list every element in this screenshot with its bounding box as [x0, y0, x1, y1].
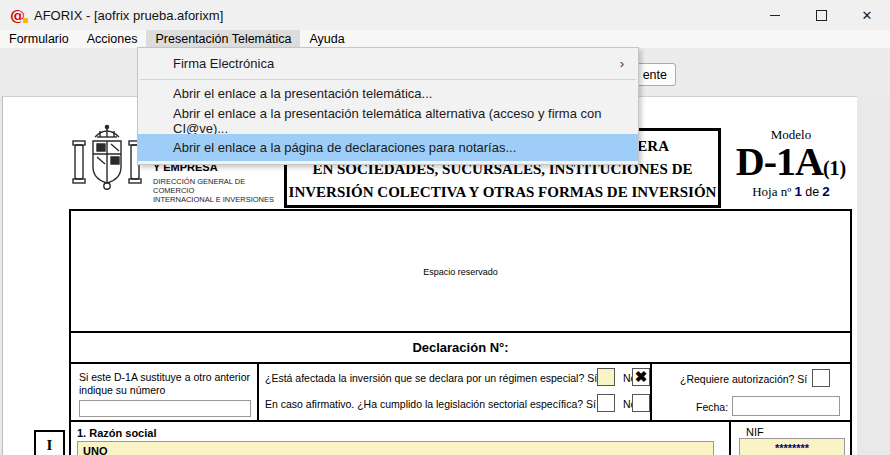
regimen-q1: ¿Está afectada la inversión que se decla… [265, 372, 595, 384]
menu-item-abrir-pagina-notarias[interactable]: Abrir el enlace a la página de declaraci… [138, 134, 638, 161]
menu-item-firma-electronica[interactable]: Firma Electrónica › [138, 48, 638, 79]
hoja-line: Hoja nº 1 de 2 [729, 184, 853, 200]
presentacion-telematica-menu: Firma Electrónica › Abrir el enlace a la… [137, 47, 639, 165]
title-bar: @ AFORIX - [aofrix prueba.aforixm] ✕ [0, 0, 890, 30]
close-icon: ✕ [862, 8, 873, 23]
section-numeral: I [47, 437, 53, 454]
menu-presentacion-telematica[interactable]: Presentación Telemática [146, 30, 300, 48]
ministry-dg-line2: INTERNACIONAL E INVERSIONES [153, 195, 288, 204]
sustituye-line1: Si este D-1A sustituye a otro anterior [79, 371, 250, 384]
menu-bar: Formulario Acciones Presentación Telemát… [0, 30, 890, 48]
minimize-button[interactable] [752, 0, 798, 30]
nif-input[interactable]: ******** [739, 438, 845, 455]
questions-row: Si este D-1A sustituye a otro anterior i… [71, 364, 850, 422]
hoja-number: 1 [794, 184, 802, 199]
app-window: @ AFORIX - [aofrix prueba.aforixm] ✕ For… [0, 0, 890, 455]
main-form-table: Espacio reservado Declaración N°: Si est… [69, 209, 852, 455]
regimen-q2-si-checkbox[interactable] [597, 394, 615, 412]
menu-ayuda[interactable]: Ayuda [300, 30, 353, 48]
menu-formulario[interactable]: Formulario [0, 30, 78, 48]
menu-item-abrir-presentacion-telematica[interactable]: Abrir el enlace a la presentación telemá… [138, 80, 638, 107]
ministry-block: Y EMPRESA DIRECCIÓN GENERAL DE COMERCIO … [153, 161, 288, 204]
caption-buttons: ✕ [752, 0, 890, 30]
razon-social-input[interactable]: UNO [77, 441, 714, 455]
row4-divider [729, 422, 731, 455]
declaracion-label: Declaración N°: [412, 340, 508, 355]
maximize-button[interactable] [798, 0, 844, 30]
declaracion-row: Declaración N°: [71, 333, 850, 364]
minimize-icon [770, 15, 780, 16]
aforix-logo-icon: @ [10, 6, 25, 24]
modelo-block: Modelo D-1A(1) Hoja nº 1 de 2 [729, 127, 853, 200]
window-title: AFORIX - [aofrix prueba.aforixm] [34, 8, 223, 23]
regimen-q2: En caso afirmativo. ¿Ha cumplido la legi… [265, 398, 595, 410]
close-button[interactable]: ✕ [844, 0, 890, 30]
sustituye-input[interactable] [79, 400, 251, 417]
nif-label: NIF [746, 426, 764, 438]
autorizacion-question: ¿Requiere autorización? Sí [680, 373, 807, 385]
x-mark-icon: ✖ [635, 368, 648, 386]
sustituye-cell: Si este D-1A sustituye a otro anterior i… [71, 364, 259, 420]
razon-social-label: 1. Razón social [77, 427, 156, 439]
spain-coat-of-arms [67, 123, 147, 205]
modelo-code: D-1A(1) [729, 143, 853, 181]
logo-dot [23, 18, 28, 23]
menu-acciones[interactable]: Acciones [78, 30, 147, 48]
form-title-line3: INVERSIÓN COLECTIVA Y OTRAS FORMAS DE IN… [287, 181, 718, 204]
sustituye-line2: indique su número [79, 384, 250, 397]
fecha-label: Fecha: [696, 401, 728, 413]
espacio-reservado-label: Espacio reservado [71, 267, 850, 277]
fecha-input[interactable] [732, 396, 840, 416]
regimen-cell: ¿Está afectada la inversión que se decla… [259, 364, 652, 420]
autorizacion-si-checkbox[interactable] [812, 369, 830, 387]
maximize-icon [816, 10, 827, 21]
espacio-reservado-box: Espacio reservado [71, 211, 850, 333]
menu-item-abrir-presentacion-alternativa[interactable]: Abrir el enlace a la presentación telemá… [138, 107, 638, 134]
autorizacion-cell: ¿Requiere autorización? Sí Fecha: [652, 364, 850, 420]
section-numeral-box: I [34, 430, 65, 455]
regimen-q1-no-checkbox[interactable]: ✖ [632, 368, 650, 386]
razon-social-row: 1. Razón social UNO NIF ******** [71, 422, 850, 455]
hoja-total: 2 [822, 184, 830, 199]
ministry-dg-line1: DIRECCIÓN GENERAL DE COMERCIO [153, 177, 288, 195]
regimen-q2-no-checkbox[interactable] [632, 394, 650, 412]
regimen-q1-si-checkbox[interactable] [597, 368, 615, 386]
submenu-arrow-icon: › [620, 56, 624, 71]
